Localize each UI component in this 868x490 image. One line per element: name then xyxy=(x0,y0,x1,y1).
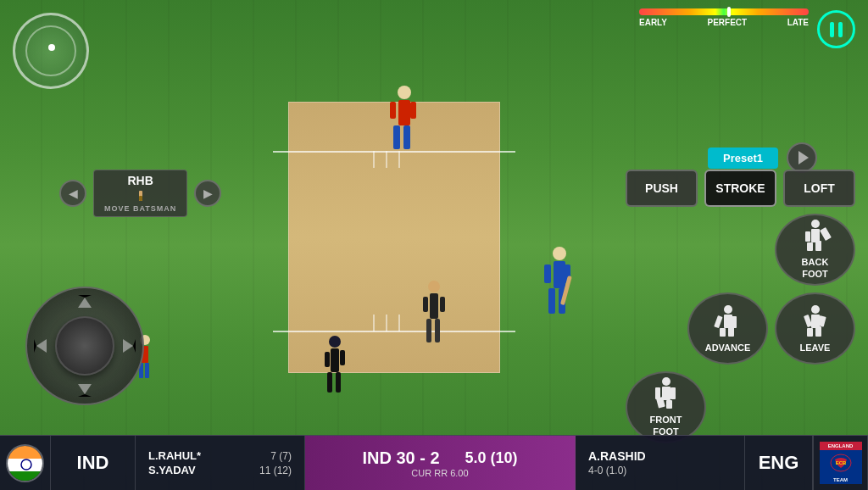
pause-bar-left xyxy=(830,22,834,37)
overs-info: 5.0 (10) xyxy=(465,449,518,467)
preset-bar: Preset1 xyxy=(708,142,817,173)
batsman2-name: S.YADAV xyxy=(148,464,196,476)
top-wicket-left xyxy=(373,151,375,168)
svg-rect-46 xyxy=(815,326,821,337)
svg-rect-5 xyxy=(340,350,345,365)
play-triangle-icon xyxy=(798,151,809,164)
pause-button[interactable] xyxy=(817,10,855,48)
front-foot-button[interactable]: FRONT FOOT xyxy=(626,371,706,443)
batsman1-score: 7 (7) xyxy=(270,450,292,462)
svg-rect-32 xyxy=(811,229,820,242)
svg-rect-50 xyxy=(662,387,670,400)
svg-point-0 xyxy=(329,336,341,348)
match-score-main: IND 30 - 2 xyxy=(362,448,439,468)
england-logo-line3: TEAM xyxy=(820,476,862,484)
timing-indicator xyxy=(727,7,731,17)
svg-rect-13 xyxy=(554,261,565,288)
batsman-figure-main xyxy=(542,246,576,334)
svg-point-31 xyxy=(811,220,820,228)
svg-rect-10 xyxy=(423,297,428,312)
preset-play-button[interactable] xyxy=(787,142,817,173)
england-logo-line1: ENGLAND xyxy=(820,442,862,450)
svg-rect-35 xyxy=(805,231,810,242)
current-rr: CUR RR 6.00 xyxy=(411,468,468,478)
bowler-stats-row: 4-0 (1.0) xyxy=(588,464,732,477)
bowler-name: A.RASHID xyxy=(588,449,646,463)
svg-rect-23 xyxy=(390,102,396,119)
svg-rect-21 xyxy=(393,125,400,149)
svg-point-49 xyxy=(662,377,670,386)
joystick[interactable] xyxy=(25,287,144,405)
india-flag-section xyxy=(0,436,51,490)
batsman-move-left-btn[interactable]: ◀ xyxy=(59,180,86,207)
front-foot-row: FRONT FOOT xyxy=(626,371,855,443)
back-foot-row: BACK FOOT xyxy=(626,214,855,286)
batsman-indicator: RHB MOVE BATSMAN xyxy=(93,170,187,217)
joystick-arrows xyxy=(27,288,142,404)
svg-rect-7 xyxy=(430,293,438,319)
svg-rect-54 xyxy=(670,387,676,399)
batsman2-score: 11 (12) xyxy=(259,465,292,476)
joystick-arrow-right xyxy=(123,339,136,353)
svg-rect-24 xyxy=(410,102,416,119)
svg-rect-9 xyxy=(435,319,440,342)
svg-point-6 xyxy=(428,281,440,292)
umpire-figure xyxy=(422,280,446,359)
svg-rect-3 xyxy=(336,372,341,393)
loft-button[interactable]: LOFT xyxy=(783,170,855,207)
england-team-section: ENG xyxy=(745,436,813,490)
svg-rect-45 xyxy=(807,328,813,337)
svg-point-43 xyxy=(811,305,820,314)
bottom-wicket-mid xyxy=(386,315,387,331)
bottom-wicket-left xyxy=(373,315,375,331)
leave-label: LEAVE xyxy=(800,342,831,353)
svg-rect-20 xyxy=(398,100,410,125)
svg-rect-39 xyxy=(720,328,726,337)
joystick-arrow-up xyxy=(78,295,92,308)
india-team-name: IND xyxy=(77,452,109,474)
svg-rect-42 xyxy=(732,316,737,328)
svg-rect-11 xyxy=(440,297,445,312)
bowler-section: A.RASHID 4-0 (1.0) xyxy=(576,436,745,490)
timing-labels: EARLY PERFECT LATE xyxy=(639,18,809,27)
batsman-move-control: ◀ RHB MOVE BATSMAN ▶ xyxy=(59,170,221,217)
stroke-button[interactable]: STROKE xyxy=(704,170,776,207)
svg-point-12 xyxy=(553,247,566,260)
joystick-outer xyxy=(25,287,144,405)
bowler-figure xyxy=(322,335,348,406)
pause-icon xyxy=(830,22,843,37)
svg-rect-33 xyxy=(807,242,813,251)
wicketkeeper-figure xyxy=(388,85,420,164)
top-wicket-mid xyxy=(386,151,387,168)
back-foot-button[interactable]: BACK FOOT xyxy=(775,214,855,286)
preset-button[interactable]: Preset1 xyxy=(708,148,778,169)
radar-display xyxy=(13,13,89,89)
radar-dot xyxy=(48,44,55,51)
england-logo-section: ENGLAND ECB TEAM xyxy=(813,436,868,490)
svg-rect-52 xyxy=(666,400,672,409)
svg-rect-22 xyxy=(403,125,410,149)
timing-early-label: EARLY xyxy=(639,18,667,27)
svg-point-37 xyxy=(724,305,732,314)
match-score-content: IND 30 - 2 5.0 (10) CUR RR 6.00 xyxy=(362,448,517,478)
game-field: EARLY PERFECT LATE ◀ RHB MOVE BATSMAN ▶ xyxy=(0,0,868,490)
timing-late-label: LATE xyxy=(787,18,809,27)
batsman2-row: S.YADAV 11 (12) xyxy=(148,463,292,477)
back-foot-label: BACK FOOT xyxy=(802,257,829,279)
india-team-section: IND xyxy=(51,436,136,490)
batsman-move-right-btn[interactable]: ▶ xyxy=(194,180,221,207)
leave-button[interactable]: LEAVE xyxy=(775,292,855,365)
push-button[interactable]: PUSH xyxy=(626,170,698,207)
batsman1-row: L.RAHUL* 7 (7) xyxy=(148,448,292,463)
advance-button[interactable]: ADVANCE xyxy=(687,292,768,365)
svg-point-19 xyxy=(398,86,411,99)
batsmen-section: L.RAHUL* 7 (7) S.YADAV 11 (12) xyxy=(136,436,305,490)
action-buttons-panel: PUSH STROKE LOFT BACK FOOT xyxy=(626,170,855,443)
india-flag xyxy=(6,444,44,482)
timing-bar: EARLY PERFECT LATE xyxy=(639,8,809,27)
radar-inner xyxy=(25,25,76,76)
bottom-crease xyxy=(273,331,515,332)
match-score-row: IND 30 - 2 5.0 (10) xyxy=(362,448,517,468)
pause-bar-right xyxy=(838,22,843,37)
match-score-section: IND 30 - 2 5.0 (10) CUR RR 6.00 xyxy=(305,436,576,490)
